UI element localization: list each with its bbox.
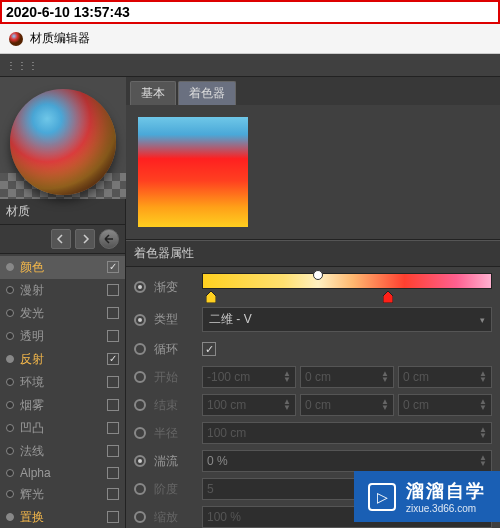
channel-checkbox[interactable]: ✓ <box>107 261 119 273</box>
channel-label: 反射 <box>20 351 101 368</box>
channel-label: 发光 <box>20 305 101 322</box>
channel-法线[interactable]: 法线 <box>0 440 125 463</box>
radius-input: 100 cm▲▼ <box>202 422 492 444</box>
nav-left-button[interactable] <box>51 229 71 249</box>
tab-shader[interactable]: 着色器 <box>178 81 236 105</box>
channel-checkbox[interactable] <box>107 488 119 500</box>
channel-烟雾[interactable]: 烟雾 <box>0 394 125 417</box>
channel-透明[interactable]: 透明 <box>0 325 125 348</box>
watermark-url: zixue.3d66.com <box>406 503 486 514</box>
row-cycle: 循环 ✓ <box>134 338 492 360</box>
label-radius: 半径 <box>154 425 194 442</box>
svg-point-0 <box>9 32 23 46</box>
channel-label: 法线 <box>20 443 101 460</box>
radio-scale <box>134 511 146 523</box>
watermark: ▷ 溜溜自学 zixue.3d66.com <box>354 471 500 522</box>
channel-置换[interactable]: 置换 <box>0 506 125 528</box>
cycle-checkbox[interactable]: ✓ <box>202 342 216 356</box>
turbulence-input[interactable]: 0 %▲▼ <box>202 450 492 472</box>
shader-props-header: 着色器属性 <box>126 240 500 267</box>
material-toolbar <box>0 225 125 254</box>
channel-反射[interactable]: 反射✓ <box>0 348 125 371</box>
num-input: -100 cm▲▼ <box>202 366 296 388</box>
channel-checkbox[interactable] <box>107 467 119 479</box>
channel-dot-icon <box>6 332 14 340</box>
channel-凹凸[interactable]: 凹凸 <box>0 417 125 440</box>
channel-dot-icon <box>6 490 14 498</box>
channel-label: 颜色 <box>20 259 101 276</box>
channel-dot-icon <box>6 447 14 455</box>
channel-label: 置换 <box>20 509 101 526</box>
channel-dot-icon <box>6 424 14 432</box>
channel-checkbox[interactable]: ✓ <box>107 353 119 365</box>
gradient-swatch-area <box>126 105 500 240</box>
window-title: 材质编辑器 <box>30 30 90 47</box>
channel-颜色[interactable]: 颜色✓ <box>0 256 125 279</box>
material-preview[interactable] <box>0 77 126 199</box>
channel-环境[interactable]: 环境 <box>0 371 125 394</box>
channel-dot-icon <box>6 469 14 477</box>
num-input: 0 cm▲▼ <box>300 366 394 388</box>
channel-label: Alpha <box>20 466 101 480</box>
channel-checkbox[interactable] <box>107 445 119 457</box>
gradient-handle[interactable] <box>383 291 393 303</box>
channel-dot-icon <box>6 513 14 521</box>
gradient-knob[interactable] <box>313 270 323 280</box>
channel-dot-icon <box>6 263 14 271</box>
gradient-swatch[interactable] <box>138 117 248 227</box>
tab-bar: 基本 着色器 <box>126 77 500 105</box>
row-gradient: 渐变 <box>134 273 492 301</box>
channel-checkbox[interactable] <box>107 399 119 411</box>
radio-end <box>134 399 146 411</box>
row-start: 开始 -100 cm▲▼0 cm▲▼0 cm▲▼ <box>134 366 492 388</box>
channel-label: 烟雾 <box>20 397 101 414</box>
chevron-down-icon: ▾ <box>480 315 485 325</box>
channel-辉光[interactable]: 辉光 <box>0 483 125 506</box>
label-end: 结束 <box>154 397 194 414</box>
material-sphere-icon <box>8 31 24 47</box>
nav-right-button[interactable] <box>75 229 95 249</box>
grip-icon: ⋮⋮⋮ <box>6 60 39 71</box>
radio-radius <box>134 427 146 439</box>
channel-dot-icon <box>6 286 14 294</box>
row-turbulence: 湍流 0 %▲▼ <box>134 450 492 472</box>
label-start: 开始 <box>154 369 194 386</box>
radio-octaves <box>134 483 146 495</box>
radio-cycle[interactable] <box>134 343 146 355</box>
channel-dot-icon <box>6 309 14 317</box>
label-cycle: 循环 <box>154 341 194 358</box>
channel-checkbox[interactable] <box>107 307 119 319</box>
channel-checkbox[interactable] <box>107 330 119 342</box>
picker-button[interactable] <box>99 229 119 249</box>
channel-label: 漫射 <box>20 282 101 299</box>
channel-label: 辉光 <box>20 486 101 503</box>
row-type: 类型 二维 - V▾ <box>134 307 492 332</box>
play-icon: ▷ <box>368 483 396 511</box>
channel-checkbox[interactable] <box>107 511 119 523</box>
channel-dot-icon <box>6 378 14 386</box>
num-input: 100 cm▲▼ <box>202 394 296 416</box>
channel-label: 环境 <box>20 374 101 391</box>
watermark-brand: 溜溜自学 <box>406 479 486 503</box>
title-bar: 材质编辑器 <box>0 24 500 54</box>
toolbar-strip: ⋮⋮⋮ <box>0 54 500 77</box>
channel-checkbox[interactable] <box>107 284 119 296</box>
channel-checkbox[interactable] <box>107 422 119 434</box>
row-end: 结束 100 cm▲▼0 cm▲▼0 cm▲▼ <box>134 394 492 416</box>
radio-gradient[interactable] <box>134 281 146 293</box>
channel-发光[interactable]: 发光 <box>0 302 125 325</box>
channel-checkbox[interactable] <box>107 376 119 388</box>
gradient-editor[interactable] <box>202 273 492 301</box>
radio-start <box>134 371 146 383</box>
radio-type[interactable] <box>134 314 146 326</box>
label-turbulence: 湍流 <box>154 453 194 470</box>
gradient-handle[interactable] <box>206 291 216 303</box>
channel-漫射[interactable]: 漫射 <box>0 279 125 302</box>
channel-Alpha[interactable]: Alpha <box>0 463 125 483</box>
channel-label: 凹凸 <box>20 420 101 437</box>
tab-basic[interactable]: 基本 <box>130 81 176 105</box>
type-select[interactable]: 二维 - V▾ <box>202 307 492 332</box>
radio-turbulence[interactable] <box>134 455 146 467</box>
material-header: 材质 <box>0 199 125 225</box>
label-type: 类型 <box>154 311 194 328</box>
